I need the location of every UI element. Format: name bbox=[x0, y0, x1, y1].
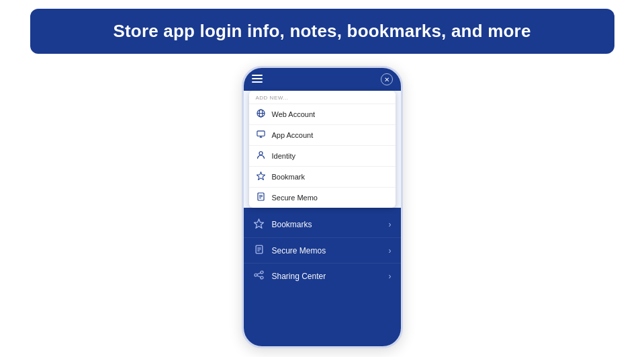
phone-body: Bookmarks › bbox=[244, 208, 401, 346]
bookmarks-chevron-icon: › bbox=[389, 220, 392, 229]
svg-line-23 bbox=[257, 273, 261, 274]
sharing-center-list-label: Sharing Center bbox=[272, 272, 326, 281]
document-icon bbox=[256, 192, 267, 203]
secure-memo-label: Secure Memo bbox=[272, 194, 318, 202]
close-icon[interactable]: ✕ bbox=[381, 73, 393, 85]
banner-text: Store app login info, notes, bookmarks, … bbox=[113, 21, 531, 42]
secure-memos-chevron-icon: › bbox=[389, 246, 392, 255]
svg-rect-6 bbox=[257, 131, 265, 136]
menu-item-bookmark[interactable]: Bookmark bbox=[249, 167, 396, 188]
svg-rect-2 bbox=[252, 81, 263, 83]
svg-point-21 bbox=[261, 271, 263, 274]
sharing-center-chevron-icon: › bbox=[389, 272, 392, 281]
svg-point-20 bbox=[255, 274, 257, 276]
hamburger-icon[interactable] bbox=[252, 74, 263, 85]
menu-item-identity[interactable]: Identity bbox=[249, 146, 396, 167]
menu-item-app-account[interactable]: App Account bbox=[249, 125, 396, 146]
list-item-secure-memos[interactable]: Secure Memos › bbox=[244, 238, 401, 264]
svg-marker-15 bbox=[255, 219, 264, 228]
monitor-icon bbox=[256, 130, 267, 141]
add-new-label: ADD NEW... bbox=[249, 91, 396, 104]
banner: Store app login info, notes, bookmarks, … bbox=[30, 9, 614, 54]
secure-memos-list-icon bbox=[253, 245, 265, 256]
svg-rect-1 bbox=[252, 78, 263, 79]
bookmark-label: Bookmark bbox=[272, 173, 306, 181]
dropdown-menu: ADD NEW... Web Account bbox=[249, 91, 396, 208]
menu-item-secure-memo[interactable]: Secure Memo bbox=[249, 188, 396, 208]
list-item-bookmarks[interactable]: Bookmarks › bbox=[244, 212, 401, 238]
identity-label: Identity bbox=[272, 152, 295, 160]
svg-line-24 bbox=[257, 276, 261, 277]
svg-point-9 bbox=[259, 152, 263, 155]
list-item-sharing-center[interactable]: Sharing Center › bbox=[244, 264, 401, 288]
globe-icon bbox=[256, 109, 267, 120]
svg-rect-0 bbox=[252, 75, 263, 76]
phone-topbar: ✕ bbox=[244, 68, 401, 91]
app-account-label: App Account bbox=[272, 131, 314, 139]
secure-memos-list-label: Secure Memos bbox=[272, 246, 326, 255]
person-icon bbox=[256, 151, 267, 161]
bookmarks-list-label: Bookmarks bbox=[272, 220, 312, 229]
star-icon bbox=[256, 171, 267, 182]
phone-mockup: ✕ ADD NEW... Web Account bbox=[242, 66, 403, 348]
svg-point-22 bbox=[261, 276, 263, 279]
sharing-center-list-icon bbox=[253, 270, 265, 282]
phone-container: ✕ ADD NEW... Web Account bbox=[242, 66, 403, 348]
svg-marker-10 bbox=[257, 172, 265, 180]
menu-item-web-account[interactable]: Web Account bbox=[249, 104, 396, 125]
web-account-label: Web Account bbox=[272, 110, 316, 118]
page-wrapper: Store app login info, notes, bookmarks, … bbox=[0, 0, 644, 357]
bookmarks-list-icon bbox=[253, 219, 265, 231]
